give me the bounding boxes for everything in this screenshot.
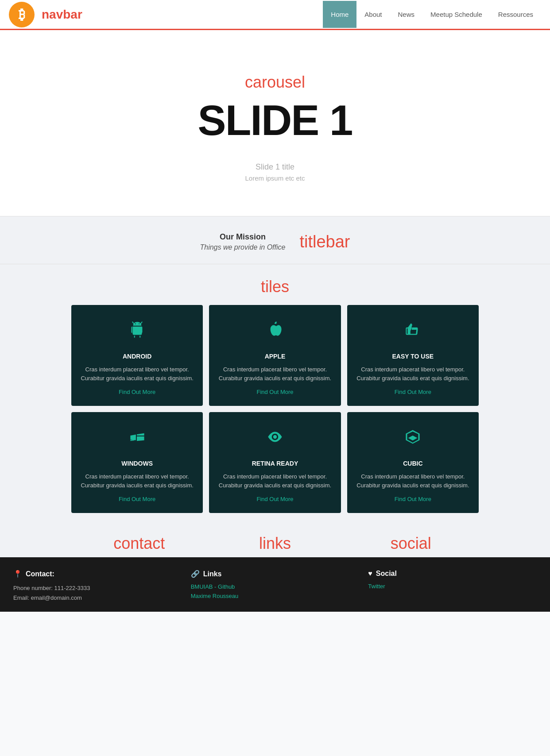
- tile-desc-retina: Cras interdum placerat libero vel tempor…: [218, 472, 332, 490]
- tile-desc-apple: Cras interdum placerat libero vel tempor…: [218, 365, 332, 382]
- titlebar-label: titlebar: [299, 232, 350, 251]
- tile-desc-windows: Cras interdum placerat libero vel tempor…: [80, 472, 194, 490]
- carousel-caption-title: Slide 1 title: [256, 162, 294, 172]
- footer-social-col: ♥ Social Twitter: [368, 570, 537, 603]
- footer-links-heading: 🔗 Links: [191, 570, 360, 578]
- svg-text:₿: ₿: [19, 7, 25, 22]
- footer-link-maxime[interactable]: Maxime Rousseau: [191, 593, 360, 599]
- nav-link-home[interactable]: Home: [323, 1, 356, 28]
- mission-title: Our Mission: [200, 232, 285, 242]
- tiles-grid: Android Cras interdum placerat libero ve…: [71, 305, 479, 513]
- thumbsup-icon: [401, 318, 424, 347]
- tile-cubic: Cubic Cras interdum placerat libero vel …: [347, 412, 479, 513]
- tile-link-cubic[interactable]: Find Out More: [395, 496, 431, 502]
- tile-link-android[interactable]: Find Out More: [119, 389, 155, 395]
- footer-contact-email: Email: email@domain.com: [13, 593, 182, 603]
- tile-easy: EASY TO USE Cras interdum placerat liber…: [347, 305, 479, 406]
- bitcoin-logo-icon: ₿: [9, 2, 35, 27]
- carousel-caption-text: Lorem ipsum etc etc: [245, 174, 305, 182]
- footer-links-col: 🔗 Links BMUIAB - Github Maxime Rousseau: [191, 570, 360, 603]
- tile-android: Android Cras interdum placerat libero ve…: [71, 305, 203, 406]
- footer-contact-label: contact: [71, 531, 207, 553]
- nav-item-meetup[interactable]: Meetup Schedule: [422, 1, 490, 28]
- titlebar-section: Our Mission Things we provide in Office …: [0, 216, 550, 264]
- tile-title-easy: EASY TO USE: [392, 353, 434, 360]
- tile-desc-android: Cras interdum placerat libero vel tempor…: [80, 365, 194, 382]
- link-icon: 🔗: [191, 570, 200, 578]
- nav-item-news[interactable]: News: [390, 1, 423, 28]
- location-icon: 📍: [13, 570, 22, 578]
- tiles-label: tiles: [9, 278, 541, 296]
- carousel-section: carousel SLIDE 1 Slide 1 title Lorem ips…: [0, 30, 550, 216]
- nav-item-home[interactable]: Home: [323, 1, 356, 28]
- navbar-nav: Home About News Meetup Schedule Ressourc…: [323, 1, 541, 28]
- footer-social-label: social: [343, 531, 479, 553]
- windows-icon: [126, 425, 149, 454]
- nav-link-news[interactable]: News: [390, 1, 423, 28]
- nav-link-resources[interactable]: Ressources: [490, 1, 541, 28]
- footer-links-label: links: [207, 531, 343, 553]
- tile-desc-easy: Cras interdum placerat libero vel tempor…: [356, 365, 470, 382]
- apple-icon: [263, 318, 287, 347]
- navbar: ₿ navbar Home About News Meetup Schedule…: [0, 0, 550, 30]
- tile-title-cubic: Cubic: [403, 460, 422, 467]
- eye-icon: [263, 425, 287, 454]
- carousel-slide-title: SLIDE 1: [198, 96, 352, 145]
- footer-contact-col: 📍 Contact: Phone number: 111-222-3333 Em…: [13, 570, 182, 603]
- footer-link-github[interactable]: BMUIAB - Github: [191, 583, 360, 590]
- tile-link-retina[interactable]: Find Out More: [256, 496, 293, 502]
- tile-link-easy[interactable]: Find Out More: [395, 389, 431, 395]
- tile-title-apple: Apple: [265, 353, 286, 360]
- cube-icon: [401, 425, 424, 454]
- tile-windows: Windows Cras interdum placerat libero ve…: [71, 412, 203, 513]
- footer-contact-heading: 📍 Contact:: [13, 570, 182, 578]
- footer-contact-phone: Phone number: 111-222-3333: [13, 583, 182, 593]
- tile-link-apple[interactable]: Find Out More: [256, 389, 293, 395]
- mission-sub: Things we provide in Office: [200, 243, 285, 251]
- android-icon: [126, 318, 149, 347]
- nav-link-meetup[interactable]: Meetup Schedule: [422, 1, 490, 28]
- tiles-section: tiles Android Cras interdum placerat lib…: [0, 264, 550, 531]
- nav-item-about[interactable]: About: [356, 1, 390, 28]
- footer: 📍 Contact: Phone number: 111-222-3333 Em…: [0, 557, 550, 612]
- tile-title-windows: Windows: [121, 460, 153, 467]
- tile-title-android: Android: [123, 353, 151, 360]
- tile-retina: RETINA READY Cras interdum placerat libe…: [209, 412, 341, 513]
- navbar-brand: navbar: [42, 8, 82, 22]
- footer-social-twitter[interactable]: Twitter: [368, 583, 537, 590]
- carousel-label: carousel: [245, 73, 305, 92]
- nav-link-about[interactable]: About: [356, 1, 390, 28]
- tile-title-retina: RETINA READY: [252, 460, 298, 467]
- nav-item-resources[interactable]: Ressources: [490, 1, 541, 28]
- tile-link-windows[interactable]: Find Out More: [119, 496, 155, 502]
- tile-desc-cubic: Cras interdum placerat libero vel tempor…: [356, 472, 470, 490]
- tile-apple: Apple Cras interdum placerat libero vel …: [209, 305, 341, 406]
- heart-icon: ♥: [368, 570, 372, 578]
- footer-social-heading: ♥ Social: [368, 570, 537, 578]
